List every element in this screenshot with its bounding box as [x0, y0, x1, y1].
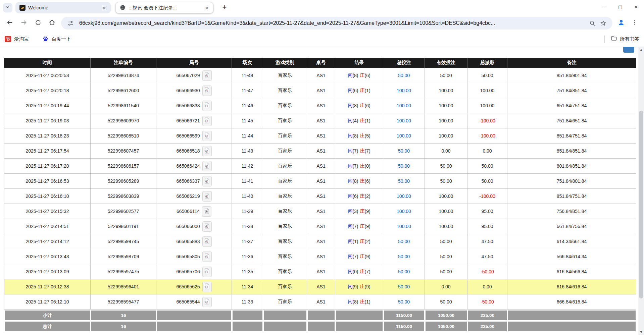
bookmark-taobao[interactable]: 爱淘宝: [5, 36, 29, 42]
column-header-4: 游戏类别: [263, 58, 307, 68]
video-file-icon: [204, 238, 210, 245]
total-bet-link[interactable]: 50.00: [398, 269, 410, 274]
cell-table-no: AS1: [307, 249, 335, 264]
total-bet-link[interactable]: 100.00: [397, 88, 411, 93]
bookmark-star-icon[interactable]: [598, 18, 608, 29]
bookmark-baidu[interactable]: 百度一下: [42, 36, 71, 42]
video-replay-button[interactable]: [202, 161, 212, 171]
cell-remark: 651.84/751.84: [507, 98, 636, 113]
profile-button[interactable]: [614, 16, 628, 30]
cell-result: 闲(3)庄(9): [335, 204, 383, 219]
cell-table-no: AS1: [307, 294, 335, 310]
result-player-label: 闲: [348, 269, 352, 275]
video-replay-button[interactable]: [202, 297, 212, 307]
video-replay-button[interactable]: [202, 70, 212, 81]
cell-game-type-text: 百家乐: [278, 103, 292, 109]
cell-valid-bet: 100.00: [425, 98, 467, 113]
cell-remark: 751.84/801.84: [507, 174, 636, 189]
result-banker-score: (6): [365, 178, 370, 184]
back-button[interactable]: [3, 16, 17, 30]
three-dots-icon: [632, 19, 638, 27]
site-info-icon[interactable]: [65, 18, 76, 29]
scrollbar-thumb[interactable]: [639, 111, 643, 298]
total-bet-link[interactable]: 100.00: [397, 133, 411, 138]
scroll-up-icon[interactable]: ▲: [638, 48, 644, 51]
table-row: 2025-11-27 06:17:20522998606157665066424…: [4, 159, 636, 174]
total-bet-link[interactable]: 100.00: [397, 118, 411, 123]
video-replay-button[interactable]: [202, 86, 212, 96]
cell-time: 2025-11-27 06:16:10: [4, 189, 91, 204]
result-banker-label: 庄: [360, 284, 365, 290]
table-row: 2025-11-27 06:19:03522998609970665066721…: [4, 113, 636, 128]
cell-result: 闲(7)庄(9): [335, 219, 383, 234]
back-arrow-icon: [6, 19, 13, 27]
menu-button[interactable]: [628, 16, 641, 30]
page-scrollbar[interactable]: ▲ ▼: [638, 47, 644, 335]
cell-session-text: 11-48: [242, 73, 253, 78]
total-bet-link[interactable]: 50.00: [398, 254, 410, 259]
minimize-button[interactable]: ─: [597, 0, 612, 13]
tab-close-icon[interactable]: ×: [101, 5, 107, 11]
tab-search-button[interactable]: [3, 3, 12, 12]
video-replay-button[interactable]: [202, 116, 212, 126]
video-replay-button[interactable]: [202, 282, 212, 292]
video-replay-button[interactable]: [202, 176, 212, 186]
tab-close-icon[interactable]: ×: [204, 5, 210, 11]
scroll-down-icon[interactable]: ▼: [638, 331, 644, 334]
video-replay-button[interactable]: [202, 131, 212, 141]
url-text[interactable]: 66cxkj98.com/game/betrecord_search/kind3…: [79, 20, 587, 26]
zoom-icon[interactable]: [587, 18, 598, 29]
video-replay-button[interactable]: [202, 236, 212, 247]
address-bar[interactable]: 66cxkj98.com/game/betrecord_search/kind3…: [61, 17, 612, 30]
payout-text: -100.00: [479, 133, 495, 138]
total-bet-link[interactable]: 50.00: [398, 284, 410, 289]
tab-bet-records[interactable]: :::视讯 会员下注纪录::: ×: [115, 2, 213, 13]
total-bet-link[interactable]: 100.00: [397, 193, 411, 199]
total-bet-link[interactable]: 100.00: [397, 224, 411, 229]
cell-valid-bet-text: 100.00: [439, 118, 453, 123]
cell-game-type-text: 百家乐: [278, 133, 292, 139]
cell-valid-bet-text: 100.00: [439, 88, 453, 93]
video-replay-button[interactable]: [202, 206, 211, 217]
new-tab-button[interactable]: +: [220, 3, 229, 12]
table-body: 2025-11-27 06:20:53522998613874665067029…: [4, 68, 636, 310]
cell-payout: 47.50: [467, 234, 507, 249]
table-row: 2025-11-27 06:15:32522998602577665066114…: [4, 204, 636, 219]
video-replay-button[interactable]: [202, 101, 212, 111]
video-replay-button[interactable]: [202, 146, 212, 156]
partial-blue-button[interactable]: [623, 47, 634, 53]
summary-cell-2: [156, 310, 232, 321]
total-bet-link[interactable]: 50.00: [398, 163, 410, 169]
round-id-text: 665065805: [176, 254, 200, 259]
tab-welcome[interactable]: Welcome ×: [15, 2, 111, 13]
forward-button[interactable]: [17, 16, 31, 30]
close-button[interactable]: ×: [628, 0, 644, 13]
cell-valid-bet: 50.00: [425, 68, 467, 83]
result-player-label: 闲: [348, 193, 352, 199]
cell-bet-id-text: 522998609970: [108, 118, 139, 123]
cell-session-text: 11-35: [242, 269, 253, 274]
total-bet-link[interactable]: 100.00: [397, 103, 411, 108]
result-player-label: 闲: [348, 178, 352, 184]
home-button[interactable]: [45, 16, 59, 30]
cell-session-text: 11-36: [242, 254, 253, 259]
total-bet-link[interactable]: 50.00: [398, 148, 410, 154]
cell-payout: 47.50: [467, 249, 507, 264]
cell-round-id: 665065625: [156, 279, 232, 294]
browser-titlebar: Welcome × :::视讯 会员下注纪录::: × + ─ □ ×: [0, 0, 644, 15]
video-replay-button[interactable]: [202, 191, 212, 202]
total-bet-link[interactable]: 50.00: [398, 178, 410, 184]
video-replay-button[interactable]: [202, 267, 212, 277]
total-bet-link[interactable]: 50.00: [398, 73, 410, 78]
cell-game-type-text: 百家乐: [278, 118, 292, 124]
reload-button[interactable]: [31, 16, 45, 30]
total-bet-link[interactable]: 100.00: [397, 209, 411, 214]
cell-game-type-text: 百家乐: [278, 72, 292, 78]
all-bookmarks-label[interactable]: 所有书签: [620, 36, 639, 42]
maximize-button[interactable]: □: [612, 0, 628, 13]
cell-remark: 851.84/751.84: [507, 128, 636, 144]
video-replay-button[interactable]: [202, 252, 212, 262]
total-bet-link[interactable]: 50.00: [398, 299, 410, 304]
total-bet-link[interactable]: 50.00: [398, 239, 410, 244]
video-replay-button[interactable]: [202, 221, 212, 232]
